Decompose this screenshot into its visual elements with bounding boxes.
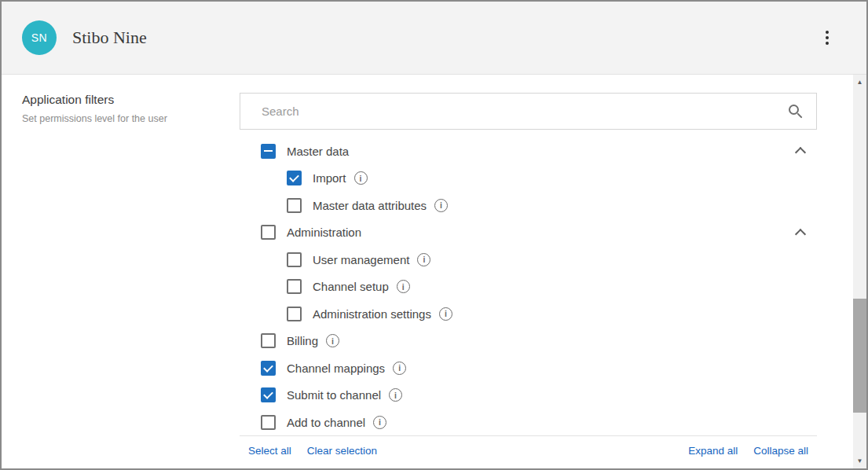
tree-label: Billing bbox=[287, 334, 318, 347]
collapse-all-link[interactable]: Collapse all bbox=[753, 445, 808, 457]
header: SN Stibo Nine bbox=[2, 2, 866, 75]
tree-label: Channel setup bbox=[313, 280, 389, 293]
select-all-link[interactable]: Select all bbox=[248, 445, 291, 457]
tree-row-submit-to-channel: Submit to channeli bbox=[240, 382, 817, 409]
tree-row-administration-settings: Administration settingsi bbox=[240, 300, 817, 328]
info-icon[interactable]: i bbox=[434, 199, 448, 212]
checkbox-submit-to-channel[interactable] bbox=[261, 387, 276, 402]
chevron-up-icon[interactable] bbox=[795, 228, 806, 239]
info-icon[interactable]: i bbox=[389, 388, 402, 402]
checkbox-import[interactable] bbox=[287, 171, 302, 185]
tree-label: Administration bbox=[287, 226, 361, 239]
search-icon[interactable] bbox=[789, 105, 799, 115]
checkbox-billing[interactable] bbox=[261, 333, 276, 348]
scroll-down-icon[interactable]: ▼ bbox=[853, 454, 866, 468]
info-icon[interactable]: i bbox=[439, 307, 452, 321]
window: SN Stibo Nine Application filters Set pe… bbox=[0, 0, 868, 470]
search-input[interactable] bbox=[240, 94, 816, 129]
checkbox-user-management[interactable] bbox=[287, 252, 302, 267]
tree-label: Import bbox=[313, 171, 346, 185]
info-icon[interactable]: i bbox=[326, 334, 339, 347]
tree-row-master-data-attributes: Master data attributesi bbox=[240, 192, 817, 219]
tree-label: Administration settings bbox=[313, 307, 431, 321]
tree-label: Add to channel bbox=[287, 416, 365, 429]
tree-label: Master data bbox=[287, 145, 349, 158]
tree-label: Channel mappings bbox=[287, 362, 385, 375]
checkbox-channel-setup[interactable] bbox=[287, 279, 302, 294]
info-icon[interactable]: i bbox=[373, 416, 386, 429]
tree-row-administration: Administration bbox=[240, 219, 817, 247]
tree-row-billing: Billingi bbox=[240, 328, 817, 355]
info-icon[interactable]: i bbox=[397, 280, 410, 293]
checkbox-master-data-attributes[interactable] bbox=[287, 198, 302, 213]
kebab-menu-icon[interactable] bbox=[822, 28, 832, 48]
filters-panel-header: Application filters Set permissions leve… bbox=[22, 93, 222, 124]
checkbox-channel-mappings[interactable] bbox=[261, 361, 276, 376]
tree-row-add-to-channel: Add to channeli bbox=[240, 409, 817, 436]
panel-title: Application filters bbox=[22, 93, 222, 107]
scrollbar[interactable]: ▲ ▼ bbox=[853, 75, 866, 468]
panel-subtitle: Set permissions level for the user bbox=[22, 113, 222, 124]
tree-label: Submit to channel bbox=[287, 388, 381, 402]
info-icon[interactable]: i bbox=[417, 253, 430, 266]
tree-row-import: Importi bbox=[240, 165, 817, 193]
tree-row-channel-mappings: Channel mappingsi bbox=[240, 354, 817, 382]
tree-row-user-management: User managementi bbox=[240, 246, 817, 274]
search-box bbox=[240, 93, 817, 130]
footer-links-left: Select allClear selection bbox=[248, 445, 377, 457]
checkbox-administration-settings[interactable] bbox=[287, 307, 302, 321]
tree-row-channel-setup: Channel setupi bbox=[240, 274, 817, 301]
info-icon[interactable]: i bbox=[354, 171, 368, 185]
expand-all-link[interactable]: Expand all bbox=[688, 445, 738, 457]
checkbox-master-data[interactable] bbox=[261, 144, 276, 159]
filters-panel: Master dataImportiMaster data attributes… bbox=[240, 93, 817, 464]
tree-label: User management bbox=[313, 253, 409, 266]
permission-tree: Master dataImportiMaster data attributes… bbox=[240, 138, 817, 435]
chevron-up-icon[interactable] bbox=[795, 147, 806, 158]
info-icon[interactable]: i bbox=[393, 362, 406, 375]
scroll-thumb[interactable] bbox=[853, 299, 866, 413]
scroll-up-icon[interactable]: ▲ bbox=[853, 75, 866, 89]
tree-footer: Select allClear selection Expand allColl… bbox=[240, 435, 817, 464]
tree-label: Master data attributes bbox=[313, 199, 427, 212]
clear-selection-link[interactable]: Clear selection bbox=[307, 445, 377, 457]
tree-row-master-data: Master data bbox=[240, 138, 817, 165]
app-title: Stibo Nine bbox=[72, 28, 147, 48]
footer-links-right: Expand allCollapse all bbox=[688, 445, 808, 457]
checkbox-administration[interactable] bbox=[261, 225, 276, 240]
checkbox-add-to-channel[interactable] bbox=[261, 415, 276, 430]
avatar: SN bbox=[22, 20, 57, 55]
